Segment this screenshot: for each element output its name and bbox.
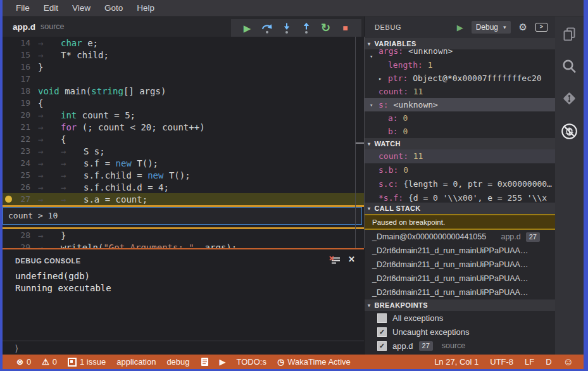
callstack-frame-3[interactable]: _D2rt6dmain211_d_run_mainUiPPaPUAA… (365, 272, 555, 286)
watch-row-count[interactable]: count: 11 (365, 149, 555, 163)
code-line-23[interactable]: 23→→S s; (3, 145, 364, 157)
watch-row-s-f[interactable]: *s.f: {d = 0 '\\x00', e = 255 '\\x (365, 191, 555, 203)
callstack-frame-2[interactable]: _D2rt6dmain211_d_run_mainUiPPaPUAA… (365, 258, 555, 272)
menu-item-goto[interactable]: Goto (97, 3, 130, 13)
start-debug-icon[interactable]: ▶ (457, 23, 463, 32)
checkbox[interactable] (377, 313, 387, 323)
close-panel-icon[interactable]: ✕ (348, 255, 355, 264)
code-line-17[interactable]: 17 (3, 73, 364, 85)
status-item-text: application (116, 357, 156, 367)
menu-item-view[interactable]: View (65, 3, 97, 13)
code-line-28[interactable]: 28→} (3, 229, 364, 241)
status-item-0[interactable]: ⚠0 (42, 357, 57, 367)
code-token: [] args) (123, 86, 166, 96)
variable-row-count[interactable]: count: 11 (365, 85, 555, 98)
step-out-button[interactable] (299, 20, 314, 35)
restart-button[interactable]: ↻ (318, 20, 334, 35)
activity-search-button[interactable] (561, 58, 577, 74)
status-item-application[interactable]: application (116, 357, 156, 367)
checkbox[interactable]: ✓ (377, 341, 387, 351)
status-item-text: 0 (27, 357, 31, 367)
callstack-frame-0[interactable]: _Dmain@0x0000000000441055app.d27 (365, 230, 555, 244)
code-line-16[interactable]: 16} (3, 61, 364, 73)
code-line-15[interactable]: 15→T* child; (3, 49, 364, 61)
status-item-file[interactable] (201, 357, 209, 367)
checkbox[interactable]: ✓ (377, 327, 387, 337)
code-line-27[interactable]: 27→→s.a = count; (3, 193, 364, 205)
section-header-breakpoints[interactable]: ▾ BREAKPOINTS (365, 299, 555, 311)
section-header-variables[interactable]: ▾ VARIABLES (365, 38, 555, 49)
variable-row-s[interactable]: ▾s: <unknown> (365, 98, 555, 111)
status-item-debug[interactable]: debug (166, 357, 189, 367)
menu-item-help[interactable]: Help (130, 3, 161, 13)
step-into-button[interactable] (279, 20, 294, 35)
variable-row-length[interactable]: length: 1 (365, 58, 555, 72)
status-item-smiley[interactable]: ☺ (563, 357, 573, 367)
gutter-breakpoint-margin[interactable] (3, 196, 14, 203)
code-line-25[interactable]: 25→→s.f.child = new T(); (3, 169, 364, 181)
gear-icon[interactable]: ⚙ (519, 22, 527, 33)
code-token: T(); (163, 170, 190, 180)
status-item-play[interactable]: ▶ (220, 358, 226, 366)
menu-item-file[interactable]: File (9, 3, 37, 13)
section-title: WATCH (374, 140, 401, 148)
warning-count-icon: ⚠ (42, 358, 49, 366)
smiley-icon: ☺ (563, 357, 573, 367)
variable-row-a[interactable]: a: 0 (365, 111, 555, 125)
line-number: 28 (14, 230, 30, 240)
code-line-29[interactable]: 29→writeln("Got Arguments: ", args); (3, 241, 364, 248)
expander-icon[interactable]: ▾ (370, 98, 373, 111)
code-editor[interactable]: 14→char e;15→T* child;16}1718void main(s… (3, 37, 364, 248)
variable-name: length: (388, 60, 428, 70)
code-line-22[interactable]: 22→{ (3, 133, 364, 145)
variable-row-b[interactable]: b: 0 (365, 125, 555, 138)
stop-button[interactable]: ■ (338, 20, 353, 35)
status-item-lf[interactable]: LF (525, 357, 534, 367)
clock-icon: ◷ (277, 358, 284, 366)
breakpoint-dot[interactable] (5, 196, 12, 203)
section-header-call-stack[interactable]: ▾ CALL STACK (365, 203, 555, 214)
code-line-14[interactable]: 14→char e; (3, 37, 364, 49)
activity-debug-button[interactable] (561, 123, 578, 140)
activity-files-button[interactable] (562, 27, 577, 42)
clear-console-icon[interactable] (329, 256, 341, 265)
expander-icon[interactable]: ▾ (370, 49, 373, 58)
expander-icon[interactable]: ▸ (378, 72, 382, 85)
section-header-watch[interactable]: ▾ WATCH (365, 138, 555, 149)
status-item-wakatime-active[interactable]: ◷WakaTime Active (277, 357, 351, 367)
callstack-frame-1[interactable]: _D2rt6dmain211_d_run_mainUiPPaPUAA… (365, 244, 555, 258)
open-console-icon[interactable]: > (535, 23, 547, 32)
paused-on-breakpoint-banner: Paused on breakpoint. (365, 214, 555, 230)
debug-config-dropdown[interactable]: Debug ▾ (472, 21, 511, 34)
continue-button[interactable]: ▶ (240, 20, 255, 35)
watch-row-s-c[interactable]: s.c: {length = 0, ptr = 0x00000000… (365, 177, 555, 191)
status-item-todo-s[interactable]: TODO:s (237, 357, 266, 367)
status-item-ln-27-col-1[interactable]: Ln 27, Col 1 (434, 357, 479, 367)
code-line-20[interactable]: 20→int count = 5; (3, 109, 364, 121)
breakpoint-row-uncaught-exceptions[interactable]: ✓Uncaught exceptions (365, 325, 555, 339)
code-token: count = 5; (77, 110, 135, 120)
menu-item-edit[interactable]: Edit (37, 3, 65, 13)
code-line-18[interactable]: 18void main(string[] args) (3, 85, 364, 97)
watch-row-s-b[interactable]: s.b: 0 (365, 163, 555, 177)
status-item-d[interactable]: D (546, 357, 551, 367)
code-line-24[interactable]: 24→→s.f = new T(); (3, 157, 364, 169)
code-token: s.f.child.d = 4; (84, 182, 169, 192)
breakpoint-row-app-d[interactable]: ✓app.d27source (365, 339, 555, 353)
console-repl[interactable]: ⟩ (3, 341, 364, 355)
activity-git-button[interactable] (561, 91, 577, 106)
callstack-frame-4[interactable]: _D2rt6dmain211_d_run_mainUiPPaPUAA… (365, 286, 555, 299)
variable-row-ptr[interactable]: ▸ptr: Object@*0x00007fffffffec20 (365, 72, 555, 85)
code-line-26[interactable]: 26→→s.f.child.d = 4; (3, 181, 364, 193)
step-over-button[interactable] (260, 20, 275, 35)
breakpoint-row-all-exceptions[interactable]: All exceptions (365, 311, 555, 325)
stop-icon: ■ (342, 23, 347, 32)
breakpoint-label: All exceptions (392, 313, 443, 323)
status-item-0[interactable]: ⊗0 (16, 357, 31, 367)
code-line-19[interactable]: 19{ (3, 97, 364, 109)
status-item-utf-8[interactable]: UTF-8 (490, 357, 513, 367)
code-line-21[interactable]: 21→for (; count < 20; count++) (3, 121, 364, 133)
breakpoint-condition-input[interactable]: count > 10 (3, 207, 362, 225)
variable-row-args[interactable]: ▾args: <unknown> (365, 49, 555, 58)
status-item-1-issue[interactable]: 1 issue (68, 357, 106, 367)
